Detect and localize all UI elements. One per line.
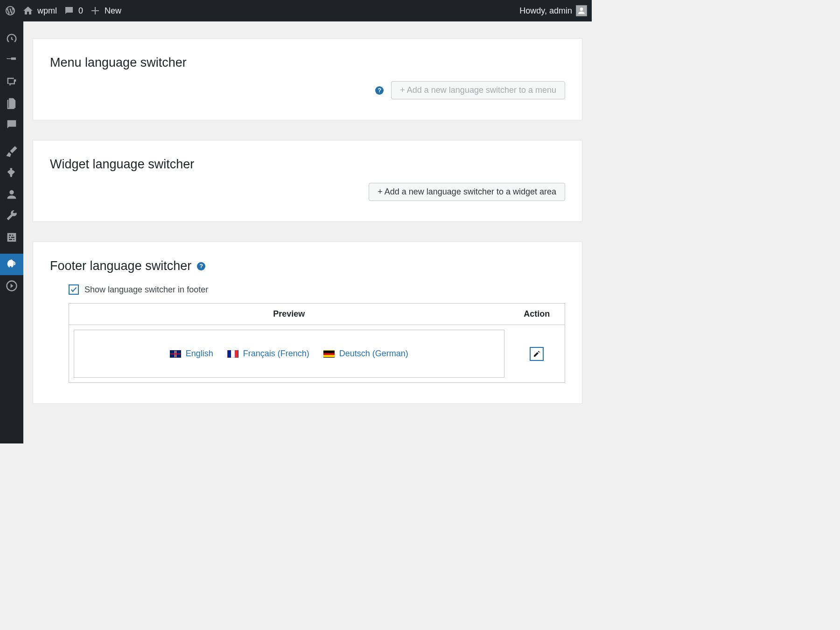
sliders-icon (5, 231, 18, 244)
flag-fr-icon (227, 350, 238, 358)
my-account-link[interactable]: Howdy, admin (519, 5, 587, 16)
wordpress-logo[interactable] (5, 5, 16, 16)
pencil-icon (533, 350, 540, 358)
new-content-link[interactable]: New (90, 5, 121, 16)
comment-icon (63, 5, 75, 16)
menu-plugins[interactable] (0, 162, 23, 184)
pin-icon (5, 54, 18, 67)
content-area: Menu language switcher ? + Add a new lan… (23, 21, 592, 443)
collapse-icon (5, 279, 18, 292)
site-name: wpml (37, 6, 57, 16)
menu-users[interactable] (0, 184, 23, 205)
menu-media[interactable] (0, 71, 23, 92)
brush-icon (5, 145, 18, 158)
admin-bar: wpml 0 New Howdy, admin (0, 0, 592, 21)
plus-icon (90, 5, 101, 16)
table-row: English Français (French) Deutsch (Germa… (69, 325, 565, 383)
widget-switcher-panel: Widget language switcher + Add a new lan… (33, 140, 582, 222)
add-widget-switcher-button[interactable]: + Add a new language switcher to a widge… (369, 183, 565, 201)
new-label: New (105, 6, 121, 16)
wpml-icon (5, 258, 18, 271)
show-footer-switcher-label: Show language switcher in footer (84, 285, 208, 295)
footer-switcher-table: Preview Action English (69, 303, 565, 383)
menu-posts[interactable] (0, 49, 23, 71)
show-footer-switcher-checkbox[interactable] (69, 284, 79, 295)
flag-en-icon (170, 350, 181, 358)
menu-comments[interactable] (0, 114, 23, 135)
menu-tools[interactable] (0, 205, 23, 227)
menu-dashboard[interactable] (0, 28, 23, 49)
language-link-fr[interactable]: Français (French) (227, 349, 309, 359)
footer-switcher-title: Footer language switcher ? (50, 259, 565, 273)
menu-switcher-panel: Menu language switcher ? + Add a new lan… (33, 38, 582, 120)
comments-icon (5, 118, 18, 131)
pages-icon (5, 97, 18, 110)
add-menu-switcher-button[interactable]: + Add a new language switcher to a menu (391, 81, 565, 99)
comments-link[interactable]: 0 (63, 5, 83, 16)
dashboard-icon (5, 32, 18, 45)
edit-footer-switcher-button[interactable] (530, 347, 544, 361)
language-label: English (186, 349, 213, 359)
help-icon[interactable]: ? (197, 262, 205, 270)
menu-switcher-title: Menu language switcher (50, 55, 565, 70)
language-label: Français (French) (243, 349, 309, 359)
language-link-en[interactable]: English (170, 349, 213, 359)
th-action: Action (509, 304, 565, 325)
greeting: Howdy, admin (519, 6, 572, 16)
preview-box: English Français (French) Deutsch (Germa… (74, 330, 504, 378)
menu-pages[interactable] (0, 92, 23, 114)
media-icon (5, 75, 18, 88)
check-icon (70, 286, 77, 293)
user-icon (5, 188, 18, 201)
menu-appearance[interactable] (0, 141, 23, 162)
flag-de-icon (323, 350, 335, 358)
menu-settings[interactable] (0, 227, 23, 248)
th-preview: Preview (69, 304, 509, 325)
wrench-icon (5, 209, 18, 222)
comment-count: 0 (78, 6, 83, 16)
user-icon (577, 6, 586, 15)
home-icon (22, 5, 34, 16)
widget-switcher-title: Widget language switcher (50, 157, 565, 172)
help-icon[interactable]: ? (375, 86, 384, 95)
wordpress-icon (5, 5, 16, 16)
menu-wpml[interactable] (0, 254, 23, 275)
footer-switcher-panel: Footer language switcher ? Show language… (33, 242, 582, 404)
avatar (576, 5, 587, 16)
site-home-link[interactable]: wpml (22, 5, 57, 16)
menu-collapse[interactable] (0, 275, 23, 297)
language-label: Deutsch (German) (339, 349, 408, 359)
plugin-icon (5, 166, 18, 180)
language-link-de[interactable]: Deutsch (German) (323, 349, 408, 359)
admin-sidebar (0, 21, 23, 443)
